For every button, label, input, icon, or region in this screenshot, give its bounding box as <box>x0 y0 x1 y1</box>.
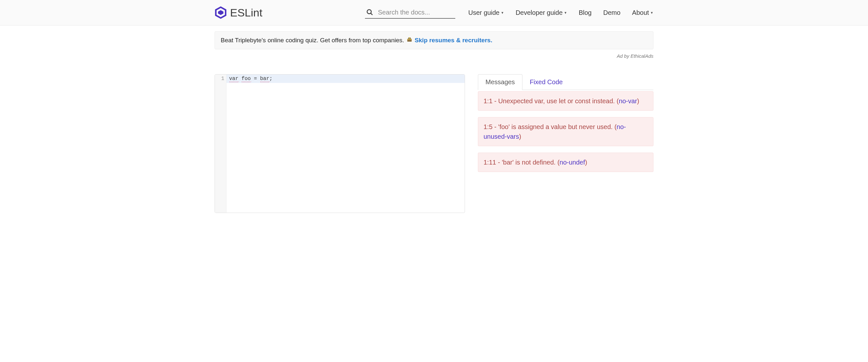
nav-demo[interactable]: Demo <box>603 9 620 17</box>
nav-link-label: About <box>632 9 649 17</box>
results-panel: Messages Fixed Code 1:1 - Unexpected var… <box>478 74 653 213</box>
navbar-inner: ESLint User guide ▼ Developer guide ▼ Bl… <box>208 0 660 25</box>
navbar: ESLint User guide ▼ Developer guide ▼ Bl… <box>0 0 868 26</box>
nav-link-label: Demo <box>603 9 620 17</box>
lint-underline <box>241 82 251 82</box>
editor-gutter: 1 <box>215 74 226 213</box>
message-location: 1:11 <box>484 159 496 166</box>
tab-messages[interactable]: Messages <box>478 74 522 90</box>
nav-user-guide[interactable]: User guide ▼ <box>468 9 504 17</box>
lint-message[interactable]: 1:5 - 'foo' is assigned a value but neve… <box>478 117 653 146</box>
lint-message[interactable]: 1:1 - Unexpected var, use let or const i… <box>478 91 653 111</box>
search-input[interactable] <box>378 9 454 16</box>
lint-underline <box>229 82 239 82</box>
message-text: 'foo' is assigned a value but never used… <box>498 123 613 130</box>
lint-message[interactable]: 1:11 - 'bar' is not defined. (no-undef) <box>478 153 653 172</box>
message-location: 1:5 <box>484 123 492 130</box>
ad-attribution[interactable]: Ad by EthicalAds <box>215 53 653 59</box>
message-text: Unexpected var, use let or const instead… <box>498 97 615 104</box>
search-icon <box>366 9 373 16</box>
nav-link-label: Developer guide <box>516 9 563 17</box>
code-line[interactable]: var foo = bar; <box>226 74 465 83</box>
chevron-down-icon: ▼ <box>501 11 504 14</box>
svg-marker-1 <box>218 10 224 15</box>
nav-blog[interactable]: Blog <box>579 9 591 17</box>
nav-link-label: Blog <box>579 9 591 17</box>
nav-link-label: User guide <box>468 9 499 17</box>
svg-point-7 <box>409 37 410 38</box>
ad-cta-link[interactable]: Skip resumes & recruiters. <box>415 37 492 43</box>
results-tabs: Messages Fixed Code <box>478 74 653 90</box>
rule-link[interactable]: no-undef <box>560 159 585 166</box>
tab-fixed-code[interactable]: Fixed Code <box>522 74 570 90</box>
chevron-down-icon: ▼ <box>650 11 653 14</box>
ad-banner: Beat Triplebyte's online coding quiz. Ge… <box>215 31 653 49</box>
eslint-logo-icon <box>215 6 227 19</box>
nav-about[interactable]: About ▼ <box>632 9 653 17</box>
code-text: var foo = bar; <box>229 76 272 82</box>
line-number: 1 <box>215 76 224 82</box>
briefcase-icon <box>407 37 412 42</box>
code-editor[interactable]: 1 var foo = bar; <box>215 74 465 213</box>
message-text: 'bar' is not defined. <box>502 159 556 166</box>
editor-code-area[interactable]: var foo = bar; <box>226 74 465 213</box>
messages-list: 1:1 - Unexpected var, use let or const i… <box>478 90 653 172</box>
svg-line-3 <box>371 13 373 15</box>
page-container: Beat Triplebyte's online coding quiz. Ge… <box>208 31 660 213</box>
lint-underline <box>260 82 270 82</box>
nav-links: User guide ▼ Developer guide ▼ Blog Demo… <box>468 9 653 17</box>
rule-link[interactable]: no-var <box>619 97 637 104</box>
brand-name: ESLint <box>230 6 262 19</box>
main-grid: 1 var foo = bar; Messages Fixed Code 1:1 <box>215 74 653 213</box>
message-location: 1:1 <box>484 97 492 104</box>
brand[interactable]: ESLint <box>215 6 262 19</box>
chevron-down-icon: ▼ <box>564 11 567 14</box>
search[interactable] <box>365 7 455 19</box>
nav-developer-guide[interactable]: Developer guide ▼ <box>516 9 567 17</box>
svg-point-2 <box>367 10 371 14</box>
ad-text: Beat Triplebyte's online coding quiz. Ge… <box>221 37 406 43</box>
